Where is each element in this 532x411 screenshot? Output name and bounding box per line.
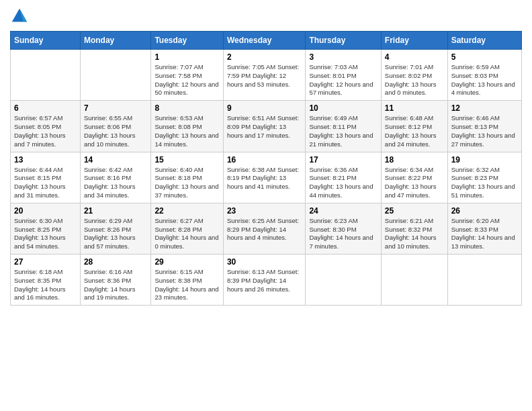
cell-day-number: 24	[309, 206, 377, 216]
calendar-cell: 4Sunrise: 7:01 AM Sunset: 8:02 PM Daylig…	[381, 50, 447, 101]
calendar-cell: 5Sunrise: 6:59 AM Sunset: 8:03 PM Daylig…	[447, 50, 521, 101]
calendar-cell: 13Sunrise: 6:44 AM Sunset: 8:15 PM Dayli…	[11, 152, 81, 203]
cell-day-number: 14	[84, 155, 148, 165]
cell-info-text: Sunrise: 6:23 AM Sunset: 8:30 PM Dayligh…	[309, 217, 377, 251]
calendar-cell: 30Sunrise: 6:13 AM Sunset: 8:39 PM Dayli…	[223, 255, 305, 306]
calendar-cell: 23Sunrise: 6:25 AM Sunset: 8:29 PM Dayli…	[223, 203, 305, 254]
cell-day-number: 1	[154, 52, 219, 62]
cell-day-number: 30	[227, 257, 302, 267]
week-row: 6Sunrise: 6:57 AM Sunset: 8:05 PM Daylig…	[11, 101, 522, 152]
calendar-cell: 25Sunrise: 6:21 AM Sunset: 8:32 PM Dayli…	[381, 203, 447, 254]
cell-day-number: 20	[14, 206, 77, 216]
cell-day-number: 28	[84, 257, 148, 267]
calendar-cell: 8Sunrise: 6:53 AM Sunset: 8:08 PM Daylig…	[151, 101, 223, 152]
cell-day-number: 10	[309, 103, 377, 113]
calendar-cell: 10Sunrise: 6:49 AM Sunset: 8:11 PM Dayli…	[306, 101, 381, 152]
calendar-cell: 24Sunrise: 6:23 AM Sunset: 8:30 PM Dayli…	[306, 203, 381, 254]
cell-info-text: Sunrise: 7:01 AM Sunset: 8:02 PM Dayligh…	[385, 63, 444, 97]
calendar-cell: 12Sunrise: 6:46 AM Sunset: 8:13 PM Dayli…	[447, 101, 521, 152]
weekday-header-monday: Monday	[80, 32, 151, 50]
calendar-cell: 20Sunrise: 6:30 AM Sunset: 8:25 PM Dayli…	[11, 203, 81, 254]
cell-day-number: 27	[14, 257, 77, 267]
calendar-cell: 3Sunrise: 7:03 AM Sunset: 8:01 PM Daylig…	[306, 50, 381, 101]
calendar-cell: 7Sunrise: 6:55 AM Sunset: 8:06 PM Daylig…	[80, 101, 151, 152]
cell-info-text: Sunrise: 6:16 AM Sunset: 8:36 PM Dayligh…	[84, 268, 148, 302]
cell-day-number: 3	[309, 52, 377, 62]
cell-info-text: Sunrise: 6:27 AM Sunset: 8:28 PM Dayligh…	[154, 217, 219, 251]
calendar-cell: 19Sunrise: 6:32 AM Sunset: 8:23 PM Dayli…	[447, 152, 521, 203]
calendar-cell: 6Sunrise: 6:57 AM Sunset: 8:05 PM Daylig…	[11, 101, 81, 152]
week-row: 20Sunrise: 6:30 AM Sunset: 8:25 PM Dayli…	[11, 203, 522, 254]
calendar-body: 1Sunrise: 7:07 AM Sunset: 7:58 PM Daylig…	[11, 50, 522, 306]
cell-day-number: 23	[227, 206, 302, 216]
calendar-cell: 29Sunrise: 6:15 AM Sunset: 8:38 PM Dayli…	[151, 255, 223, 306]
page: SundayMondayTuesdayWednesdayThursdayFrid…	[0, 0, 532, 411]
cell-day-number: 4	[385, 52, 444, 62]
cell-info-text: Sunrise: 6:48 AM Sunset: 8:12 PM Dayligh…	[385, 114, 444, 148]
calendar-cell: 22Sunrise: 6:27 AM Sunset: 8:28 PM Dayli…	[151, 203, 223, 254]
cell-day-number: 2	[227, 52, 302, 62]
cell-info-text: Sunrise: 6:38 AM Sunset: 8:19 PM Dayligh…	[227, 166, 302, 191]
cell-info-text: Sunrise: 6:29 AM Sunset: 8:26 PM Dayligh…	[84, 217, 148, 251]
cell-info-text: Sunrise: 7:07 AM Sunset: 7:58 PM Dayligh…	[154, 63, 219, 97]
calendar-cell	[11, 50, 81, 101]
cell-day-number: 21	[84, 206, 148, 216]
cell-info-text: Sunrise: 6:55 AM Sunset: 8:06 PM Dayligh…	[84, 114, 148, 148]
logo-icon	[10, 7, 29, 26]
calendar-cell: 14Sunrise: 6:42 AM Sunset: 8:16 PM Dayli…	[80, 152, 151, 203]
weekday-header-friday: Friday	[381, 32, 447, 50]
cell-day-number: 11	[385, 103, 444, 113]
cell-info-text: Sunrise: 6:59 AM Sunset: 8:03 PM Dayligh…	[451, 63, 518, 97]
calendar-cell: 16Sunrise: 6:38 AM Sunset: 8:19 PM Dayli…	[223, 152, 305, 203]
cell-day-number: 29	[154, 257, 219, 267]
weekday-header-thursday: Thursday	[306, 32, 381, 50]
calendar-cell: 1Sunrise: 7:07 AM Sunset: 7:58 PM Daylig…	[151, 50, 223, 101]
cell-info-text: Sunrise: 6:21 AM Sunset: 8:32 PM Dayligh…	[385, 217, 444, 251]
cell-day-number: 5	[451, 52, 518, 62]
cell-info-text: Sunrise: 6:57 AM Sunset: 8:05 PM Dayligh…	[14, 114, 77, 148]
cell-day-number: 12	[451, 103, 518, 113]
cell-day-number: 7	[84, 103, 148, 113]
cell-day-number: 22	[154, 206, 219, 216]
calendar-cell: 15Sunrise: 6:40 AM Sunset: 8:18 PM Dayli…	[151, 152, 223, 203]
cell-day-number: 18	[385, 155, 444, 165]
cell-info-text: Sunrise: 6:53 AM Sunset: 8:08 PM Dayligh…	[154, 114, 219, 148]
calendar-cell: 9Sunrise: 6:51 AM Sunset: 8:09 PM Daylig…	[223, 101, 305, 152]
cell-day-number: 13	[14, 155, 77, 165]
weekday-header-wednesday: Wednesday	[223, 32, 305, 50]
cell-info-text: Sunrise: 6:42 AM Sunset: 8:16 PM Dayligh…	[84, 166, 148, 200]
cell-day-number: 19	[451, 155, 518, 165]
weekday-row: SundayMondayTuesdayWednesdayThursdayFrid…	[11, 32, 522, 50]
cell-info-text: Sunrise: 6:40 AM Sunset: 8:18 PM Dayligh…	[154, 166, 219, 200]
calendar-header: SundayMondayTuesdayWednesdayThursdayFrid…	[11, 32, 522, 50]
weekday-header-tuesday: Tuesday	[151, 32, 223, 50]
cell-info-text: Sunrise: 6:18 AM Sunset: 8:35 PM Dayligh…	[14, 268, 77, 302]
cell-info-text: Sunrise: 6:36 AM Sunset: 8:21 PM Dayligh…	[309, 166, 377, 200]
logo	[10, 7, 32, 26]
calendar-cell	[306, 255, 381, 306]
cell-day-number: 15	[154, 155, 219, 165]
calendar-cell: 17Sunrise: 6:36 AM Sunset: 8:21 PM Dayli…	[306, 152, 381, 203]
cell-info-text: Sunrise: 6:32 AM Sunset: 8:23 PM Dayligh…	[451, 166, 518, 200]
cell-day-number: 6	[14, 103, 77, 113]
weekday-header-saturday: Saturday	[447, 32, 521, 50]
cell-info-text: Sunrise: 6:49 AM Sunset: 8:11 PM Dayligh…	[309, 114, 377, 148]
cell-info-text: Sunrise: 6:51 AM Sunset: 8:09 PM Dayligh…	[227, 114, 302, 140]
calendar-cell: 27Sunrise: 6:18 AM Sunset: 8:35 PM Dayli…	[11, 255, 81, 306]
cell-day-number: 16	[227, 155, 302, 165]
calendar-cell: 26Sunrise: 6:20 AM Sunset: 8:33 PM Dayli…	[447, 203, 521, 254]
cell-info-text: Sunrise: 6:25 AM Sunset: 8:29 PM Dayligh…	[227, 217, 302, 242]
calendar-cell: 11Sunrise: 6:48 AM Sunset: 8:12 PM Dayli…	[381, 101, 447, 152]
week-row: 13Sunrise: 6:44 AM Sunset: 8:15 PM Dayli…	[11, 152, 522, 203]
cell-info-text: Sunrise: 6:44 AM Sunset: 8:15 PM Dayligh…	[14, 166, 77, 200]
cell-day-number: 26	[451, 206, 518, 216]
week-row: 27Sunrise: 6:18 AM Sunset: 8:35 PM Dayli…	[11, 255, 522, 306]
cell-info-text: Sunrise: 6:20 AM Sunset: 8:33 PM Dayligh…	[451, 217, 518, 251]
calendar-cell: 21Sunrise: 6:29 AM Sunset: 8:26 PM Dayli…	[80, 203, 151, 254]
calendar-cell: 2Sunrise: 7:05 AM Sunset: 7:59 PM Daylig…	[223, 50, 305, 101]
calendar-cell	[381, 255, 447, 306]
cell-info-text: Sunrise: 6:34 AM Sunset: 8:22 PM Dayligh…	[385, 166, 444, 200]
cell-info-text: Sunrise: 6:30 AM Sunset: 8:25 PM Dayligh…	[14, 217, 77, 251]
cell-day-number: 9	[227, 103, 302, 113]
calendar-cell: 28Sunrise: 6:16 AM Sunset: 8:36 PM Dayli…	[80, 255, 151, 306]
